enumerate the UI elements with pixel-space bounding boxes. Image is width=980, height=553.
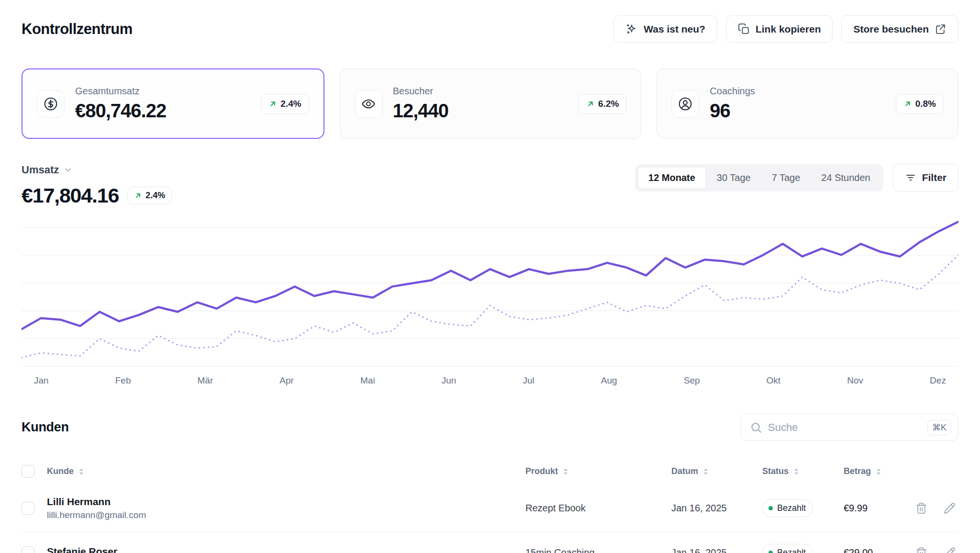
status-badge: Bezahlt — [762, 499, 813, 517]
external-link-icon — [935, 23, 947, 35]
status-dot-icon — [768, 551, 773, 553]
select-all-checkbox[interactable] — [22, 465, 34, 478]
pencil-icon — [944, 502, 956, 514]
trend-up-icon — [903, 100, 912, 108]
stat-change-badge: 6.2% — [579, 94, 626, 114]
table-row[interactable]: Lilli Hermann lilli.hermann@gmail.com Re… — [22, 485, 958, 532]
tab-30-tage[interactable]: 30 Tage — [706, 167, 761, 189]
search-input[interactable] — [768, 421, 927, 434]
x-axis-label: Dez — [930, 375, 946, 386]
x-axis-label: Nov — [847, 375, 863, 386]
user-circle-icon — [671, 90, 699, 118]
stat-card-gesamtumsatz[interactable]: Gesamtumsatz €80,746.22 2.4% — [22, 68, 324, 139]
trend-up-icon — [134, 192, 142, 200]
revenue-chart: JanFebMärAprMaiJunJulAugSepOktNovDez — [22, 208, 958, 386]
tab-12-monate[interactable]: 12 Monate — [637, 167, 706, 189]
column-status[interactable]: Status — [762, 466, 844, 476]
currency-dollar-icon — [37, 90, 65, 118]
table-header: Kunde Produkt Datum Status Betrag — [22, 462, 958, 485]
stat-value: 12,440 — [393, 100, 448, 122]
x-axis-label: Mär — [198, 375, 213, 386]
stats-row: Gesamtumsatz €80,746.22 2.4% Besucher 12… — [22, 68, 958, 139]
trend-up-icon — [586, 100, 595, 108]
topbar-actions: Was ist neu? Link kopieren Store besuche… — [613, 15, 958, 43]
x-axis-label: Jan — [34, 375, 49, 386]
column-datum[interactable]: Datum — [671, 466, 762, 476]
x-axis-label: Jun — [442, 375, 457, 386]
customer-name: Lilli Hermann — [47, 496, 146, 508]
search-icon — [750, 421, 762, 434]
sort-icon — [562, 468, 569, 475]
x-axis-label: Mai — [360, 375, 375, 386]
tab-7-tage[interactable]: 7 Tage — [761, 167, 811, 189]
date-cell: Jan 16, 2025 — [671, 547, 762, 553]
table-row[interactable]: Stefanie Roser 15min Coaching Jan 16, 20… — [22, 532, 958, 553]
stat-label: Coachings — [710, 86, 755, 97]
stat-value: 96 — [710, 100, 755, 122]
chart-change-badge: 2.4% — [127, 187, 172, 204]
product-cell: 15min Coaching — [525, 547, 671, 553]
row-checkbox[interactable] — [22, 546, 34, 553]
column-kunde[interactable]: Kunde — [47, 466, 85, 476]
amount-cell: €29.00 — [844, 547, 908, 553]
stat-card-besucher[interactable]: Besucher 12,440 6.2% — [340, 68, 642, 139]
x-axis-label: Okt — [767, 375, 781, 386]
customers-title: Kunden — [22, 420, 69, 435]
sort-icon — [702, 468, 710, 475]
status-badge: Bezahlt — [762, 544, 813, 553]
customer-email: lilli.hermann@gmail.com — [47, 510, 146, 520]
edit-row-button[interactable] — [944, 502, 956, 514]
stat-value: €80,746.22 — [75, 100, 166, 122]
stat-change-badge: 2.4% — [261, 94, 309, 114]
customer-name: Stefanie Roser — [47, 546, 117, 553]
sort-icon — [78, 468, 85, 475]
x-axis-label: Jul — [523, 375, 534, 386]
chart-x-axis-labels: JanFebMärAprMaiJunJulAugSepOktNovDez — [22, 375, 958, 386]
topbar: Kontrollzentrum Was ist neu? — [22, 0, 958, 43]
stat-label: Besucher — [393, 86, 448, 97]
tab-24-stunden[interactable]: 24 Stunden — [811, 167, 880, 189]
stat-card-coachings[interactable]: Coachings 96 0.8% — [657, 68, 958, 139]
page-title: Kontrollzentrum — [22, 21, 133, 38]
eye-icon — [355, 90, 382, 118]
search-box[interactable]: ⌘K — [741, 414, 958, 441]
time-range-tabs: 12 Monate 30 Tage 7 Tage 24 Stunden — [635, 164, 883, 192]
filter-button[interactable]: Filter — [893, 164, 958, 192]
line-chart-canvas — [22, 208, 958, 369]
metric-dropdown[interactable]: Umsatz — [22, 164, 172, 176]
chart-metric-block: Umsatz €17,804.16 2.4% — [22, 164, 172, 207]
filter-icon — [905, 172, 916, 183]
x-axis-label: Feb — [115, 375, 131, 386]
edit-row-button[interactable] — [944, 547, 956, 553]
row-checkbox[interactable] — [22, 502, 34, 515]
product-cell: Rezept Ebook — [525, 503, 671, 514]
amount-cell: €9.99 — [844, 503, 908, 514]
copy-link-button[interactable]: Link kopieren — [726, 15, 833, 43]
pencil-icon — [944, 547, 956, 553]
sort-icon — [875, 468, 882, 475]
copy-icon — [738, 23, 750, 35]
stat-label: Gesamtumsatz — [75, 86, 166, 97]
x-axis-label: Aug — [601, 375, 617, 386]
search-shortcut-badge: ⌘K — [927, 420, 951, 435]
stat-change-badge: 0.8% — [896, 94, 944, 114]
trash-icon — [915, 547, 927, 553]
sparkles-icon — [625, 23, 638, 35]
sort-icon — [792, 468, 800, 475]
trend-up-icon — [268, 100, 277, 108]
customers-table: Kunde Produkt Datum Status Betrag — [22, 462, 958, 553]
x-axis-label: Sep — [684, 375, 700, 386]
trash-icon — [915, 502, 927, 514]
column-betrag[interactable]: Betrag — [844, 466, 908, 476]
column-produkt[interactable]: Produkt — [525, 466, 671, 476]
visit-store-button[interactable]: Store besuchen — [841, 15, 958, 43]
date-cell: Jan 16, 2025 — [671, 503, 762, 514]
whats-new-button[interactable]: Was ist neu? — [613, 15, 717, 43]
delete-row-button[interactable] — [915, 547, 927, 553]
x-axis-label: Apr — [279, 375, 294, 386]
status-dot-icon — [768, 506, 773, 510]
chart-metric-value: €17,804.16 — [22, 184, 119, 207]
chevron-down-icon — [63, 165, 73, 175]
delete-row-button[interactable] — [915, 502, 927, 514]
